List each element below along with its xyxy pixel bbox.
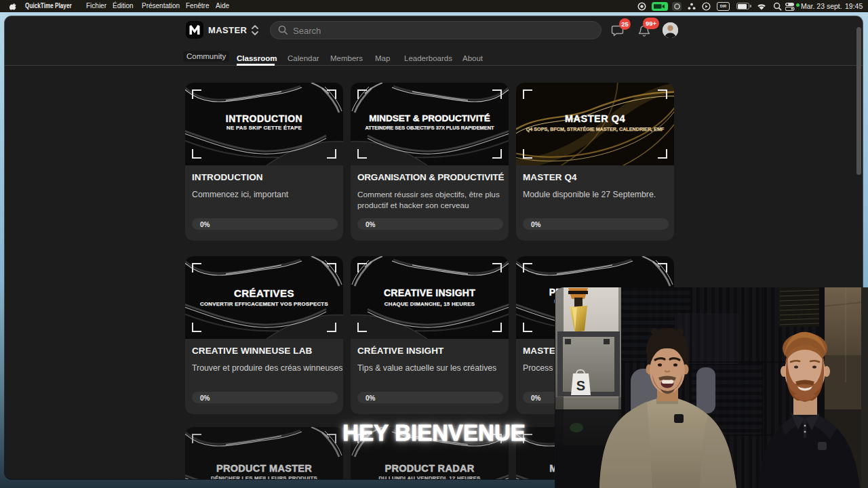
svg-text:S: S: [576, 378, 585, 393]
